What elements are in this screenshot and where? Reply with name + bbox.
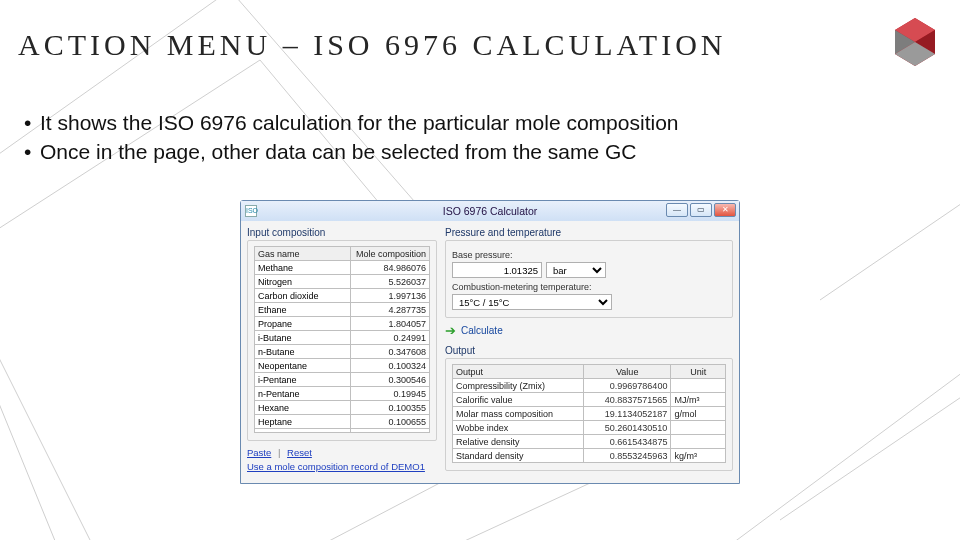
base-pressure-label: Base pressure: — [452, 250, 726, 260]
gas-value[interactable]: 0.19945 — [351, 387, 430, 401]
gas-value[interactable]: 0.347608 — [351, 345, 430, 359]
app-icon: ISO — [245, 205, 257, 217]
out-value: 50.2601430510 — [584, 421, 671, 435]
gas-name: Carbon dioxide — [255, 289, 351, 303]
out-unit: kg/m³ — [671, 449, 726, 463]
reset-link[interactable]: Reset — [287, 447, 312, 458]
out-value: 40.8837571565 — [584, 393, 671, 407]
iso-calculator-window: ISO ISO 6976 Calculator — ▭ ✕ Input comp… — [240, 200, 740, 484]
gas-value[interactable]: 4.287735 — [351, 303, 430, 317]
combustion-temp-select[interactable]: 15°C / 15°C — [452, 294, 612, 310]
col-header: Output — [453, 365, 584, 379]
output-table: Output Value Unit Compressibility (Zmix)… — [452, 364, 726, 463]
input-composition-label: Input composition — [247, 227, 437, 238]
col-header: Gas name — [255, 247, 351, 261]
gas-value[interactable]: 1.804057 — [351, 317, 430, 331]
out-name: Molar mass composition — [453, 407, 584, 421]
minimize-button[interactable]: — — [666, 203, 688, 217]
col-header: Mole composition — [351, 247, 430, 261]
window-title: ISO 6976 Calculator — [443, 205, 538, 217]
gas-value[interactable]: 0.100355 — [351, 401, 430, 415]
bullet-item: Once in the page, other data can be sele… — [22, 137, 679, 166]
out-name: Compressibility (Zmix) — [453, 379, 584, 393]
window-titlebar[interactable]: ISO ISO 6976 Calculator — ▭ ✕ — [241, 201, 739, 221]
slide-title: Action Menu – ISO 6976 Calculation — [18, 28, 726, 62]
out-name: Calorific value — [453, 393, 584, 407]
gas-name: n-Pentane — [255, 387, 351, 401]
out-name: Standard density — [453, 449, 584, 463]
gas-name: Propane — [255, 317, 351, 331]
combustion-temp-label: Combustion-metering temperature: — [452, 282, 726, 292]
paste-link[interactable]: Paste — [247, 447, 271, 458]
base-pressure-input[interactable] — [452, 262, 542, 278]
gas-value[interactable]: 5.526037 — [351, 275, 430, 289]
input-composition-table: Gas name Mole composition Methane84.9860… — [254, 246, 430, 433]
maximize-button[interactable]: ▭ — [690, 203, 712, 217]
output-label: Output — [445, 345, 733, 356]
gas-value[interactable]: 0.100655 — [351, 415, 430, 429]
arrow-right-icon: ➔ — [445, 324, 456, 337]
gas-value[interactable]: 84.986076 — [351, 261, 430, 275]
bullet-item: It shows the ISO 6976 calculation for th… — [22, 108, 679, 137]
gas-value[interactable]: 1.997136 — [351, 289, 430, 303]
gas-name: Heptane — [255, 415, 351, 429]
gas-name: n-Butane — [255, 345, 351, 359]
gas-name: i-Butane — [255, 331, 351, 345]
pressure-unit-select[interactable]: bar — [546, 262, 606, 278]
gas-value[interactable]: 0.100324 — [351, 359, 430, 373]
gas-name: Nitrogen — [255, 275, 351, 289]
out-value: 0.6615434875 — [584, 435, 671, 449]
out-value: 0.9969786400 — [584, 379, 671, 393]
col-header: Value — [584, 365, 671, 379]
bullet-list: It shows the ISO 6976 calculation for th… — [22, 108, 679, 167]
gas-value[interactable]: 0.300546 — [351, 373, 430, 387]
calculate-label: Calculate — [461, 325, 503, 336]
gas-name: i-Pentane — [255, 373, 351, 387]
brand-logo — [885, 12, 945, 72]
gas-name — [255, 429, 351, 433]
out-value: 0.8553245963 — [584, 449, 671, 463]
out-unit: g/mol — [671, 407, 726, 421]
use-record-link[interactable]: Use a mole composition record of DEMO1 — [247, 461, 425, 472]
close-button[interactable]: ✕ — [714, 203, 736, 217]
out-unit: MJ/m³ — [671, 393, 726, 407]
out-name: Relative density — [453, 435, 584, 449]
col-header: Unit — [671, 365, 726, 379]
out-unit — [671, 421, 726, 435]
gas-value[interactable]: 0.24991 — [351, 331, 430, 345]
out-unit — [671, 435, 726, 449]
gas-name: Ethane — [255, 303, 351, 317]
gas-name: Methane — [255, 261, 351, 275]
out-unit — [671, 379, 726, 393]
pressure-temp-label: Pressure and temperature — [445, 227, 733, 238]
gas-name: Hexane — [255, 401, 351, 415]
out-name: Wobbe index — [453, 421, 584, 435]
out-value: 19.1134052187 — [584, 407, 671, 421]
gas-value[interactable] — [351, 429, 430, 433]
gas-name: Neopentane — [255, 359, 351, 373]
calculate-button[interactable]: ➔ Calculate — [445, 324, 733, 337]
